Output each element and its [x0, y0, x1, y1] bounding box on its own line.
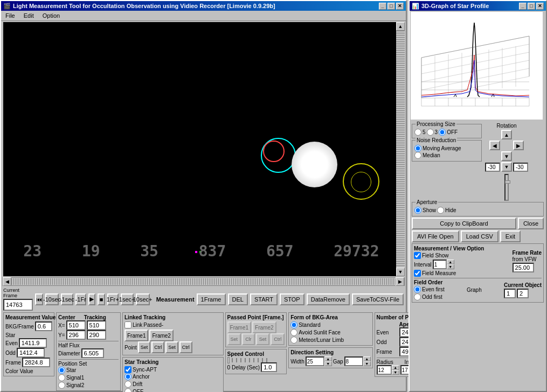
link-checkbox[interactable] — [124, 321, 131, 328]
scroll-right-arrow[interactable]: ▶ — [396, 277, 404, 286]
graph-close-button[interactable]: ✕ — [536, 3, 544, 10]
passed-set-btn[interactable]: Set — [227, 333, 241, 345]
rotation-down-spin[interactable]: ▼ — [501, 162, 512, 172]
stop-button[interactable]: ■ — [98, 293, 105, 305]
radius-spin2[interactable]: ▲ ▼ — [377, 365, 399, 375]
copy-clipboard-button[interactable]: Copy to ClipBoard — [412, 218, 516, 229]
gap-up[interactable]: ▲ — [363, 356, 371, 361]
median-radio[interactable] — [414, 152, 421, 159]
speed-slider[interactable] — [227, 358, 271, 362]
graph-minimize-button[interactable]: _ — [519, 3, 527, 10]
scroll-track-vertical[interactable] — [396, 31, 405, 268]
data-remove-button[interactable]: DataRemove — [307, 293, 350, 305]
signal1-radio[interactable] — [58, 374, 65, 381]
rotate-up-btn[interactable]: ▲ — [501, 130, 512, 139]
aperture-hide-radio[interactable] — [437, 207, 444, 214]
avi-open-button[interactable]: AVI File Open — [412, 230, 459, 242]
graph-svg — [411, 12, 543, 120]
rotate-right-btn[interactable]: ▶ — [513, 141, 524, 150]
menu-option[interactable]: Option — [40, 12, 62, 19]
position-panel: Center Tracking X= 510 510 Y= 296 290 Ha… — [56, 312, 121, 391]
moving-average-radio[interactable] — [414, 145, 421, 152]
passed-frame1-btn[interactable]: Frame1 — [227, 321, 251, 333]
sync-apt-checkbox[interactable] — [124, 366, 131, 373]
del-button[interactable]: DEL — [228, 293, 248, 305]
aperture-circle-yellow-inner — [351, 172, 371, 192]
load-csv-button[interactable]: Load CSV — [461, 230, 498, 242]
procsize-3-radio[interactable] — [427, 129, 434, 136]
next-1sec-button[interactable]: 1sec+ — [121, 293, 134, 305]
rotation-left-value: -30 — [485, 163, 500, 172]
prev-10sec-button[interactable]: -10sec — [45, 293, 59, 305]
width-down[interactable]: ▼ — [324, 361, 332, 366]
horizontal-scrollbar[interactable]: ◀ ▶ — [2, 277, 405, 286]
frame-value: 2824.8 — [22, 358, 50, 367]
radius-input2[interactable] — [377, 365, 392, 375]
rotate-left-btn[interactable]: ◀ — [489, 141, 500, 150]
vertical-slider-thumb[interactable] — [505, 180, 510, 184]
next-10sec-button[interactable]: 10sec+ — [136, 293, 150, 305]
star-radio[interactable] — [58, 367, 65, 374]
drift-radio[interactable] — [124, 381, 131, 388]
menu-file[interactable]: File — [3, 12, 17, 19]
gap-input[interactable] — [344, 356, 363, 366]
anchor-radio[interactable] — [124, 373, 131, 380]
passed-frame2-btn[interactable]: Frame2 — [252, 321, 276, 333]
menu-edit[interactable]: Edit — [22, 12, 36, 19]
close-button[interactable]: ✕ — [396, 3, 404, 10]
play-button[interactable]: ▶ — [88, 293, 96, 305]
maximize-button[interactable]: □ — [387, 3, 395, 10]
even-first-radio[interactable] — [414, 286, 421, 293]
procsize-off-radio[interactable] — [439, 129, 446, 136]
interval-input[interactable] — [433, 260, 447, 269]
field-measure-checkbox[interactable] — [414, 270, 421, 277]
speed-slider-thumb[interactable] — [227, 357, 230, 363]
one-frame-button[interactable]: 1Frame — [197, 293, 226, 305]
rewind-end-button[interactable]: ⏮ — [35, 293, 43, 305]
passed-clr-btn[interactable]: Clr — [242, 333, 255, 345]
close-graph-button[interactable]: Close — [518, 218, 544, 229]
width-spin[interactable]: ▲ ▼ — [306, 356, 332, 366]
avoid-sunlit-radio[interactable] — [290, 329, 297, 336]
stop-meas-button[interactable]: STOP — [280, 293, 304, 305]
ctrl2-btn[interactable]: Ctrl — [179, 341, 192, 353]
frame1-btn[interactable]: Frame1 — [124, 330, 148, 341]
width-input[interactable] — [306, 356, 324, 366]
scroll-up-arrow[interactable]: ▲ — [396, 22, 405, 31]
gap-spin[interactable]: ▲ ▼ — [344, 356, 371, 366]
save-csv-button[interactable]: SaveToCSV-File — [352, 293, 404, 305]
passed-ctrl-btn[interactable]: Ctrl — [271, 333, 285, 345]
set2-btn[interactable]: Set — [165, 341, 178, 353]
scroll-left-arrow[interactable]: ◀ — [3, 277, 11, 286]
prev-1sec-button[interactable]: -1sec — [61, 293, 73, 305]
signal2-radio[interactable] — [58, 382, 65, 389]
start-button[interactable]: START — [250, 293, 278, 305]
set1-btn[interactable]: Set — [138, 341, 151, 353]
vertical-scrollbar[interactable]: ▲ ▼ — [396, 22, 405, 276]
vertical-rotation-slider[interactable] — [504, 174, 509, 201]
main-window-title: Light Measurement Tool for Occultation O… — [13, 3, 275, 9]
off-radio[interactable] — [124, 388, 131, 392]
ctrl1-btn[interactable]: Ctrl — [151, 341, 164, 353]
scroll-track-horizontal[interactable] — [11, 278, 396, 285]
procsize-5-radio[interactable] — [414, 129, 421, 136]
graph-maximize-button[interactable]: □ — [528, 3, 535, 10]
rotate-down-btn[interactable]: ▼ — [501, 151, 512, 161]
graph-controls: Processing Size 5 3 OFF Noise Reduction — [410, 121, 546, 305]
prev-1fr-button[interactable]: -1Fr — [75, 293, 86, 305]
passed-set2-btn[interactable]: Set — [256, 333, 270, 345]
gap-down[interactable]: ▼ — [363, 361, 371, 366]
odd-first-radio[interactable] — [414, 293, 421, 300]
meteor-radio[interactable] — [290, 337, 297, 344]
next-1fr-button[interactable]: 1Fr+ — [107, 293, 119, 305]
width-up[interactable]: ▲ — [324, 356, 332, 361]
standard-radio[interactable] — [290, 321, 297, 328]
field-show-checkbox[interactable] — [414, 252, 421, 259]
direction-setting-title: Direction Setting — [290, 349, 370, 355]
aperture-show-radio[interactable] — [414, 207, 421, 214]
frame2-btn[interactable]: Frame2 — [149, 330, 173, 341]
minimize-button[interactable]: _ — [379, 3, 386, 10]
scroll-down-arrow[interactable]: ▼ — [396, 268, 405, 276]
exit-button[interactable]: Exit — [500, 230, 521, 242]
interval-spin[interactable]: ▲ ▼ — [433, 260, 454, 269]
